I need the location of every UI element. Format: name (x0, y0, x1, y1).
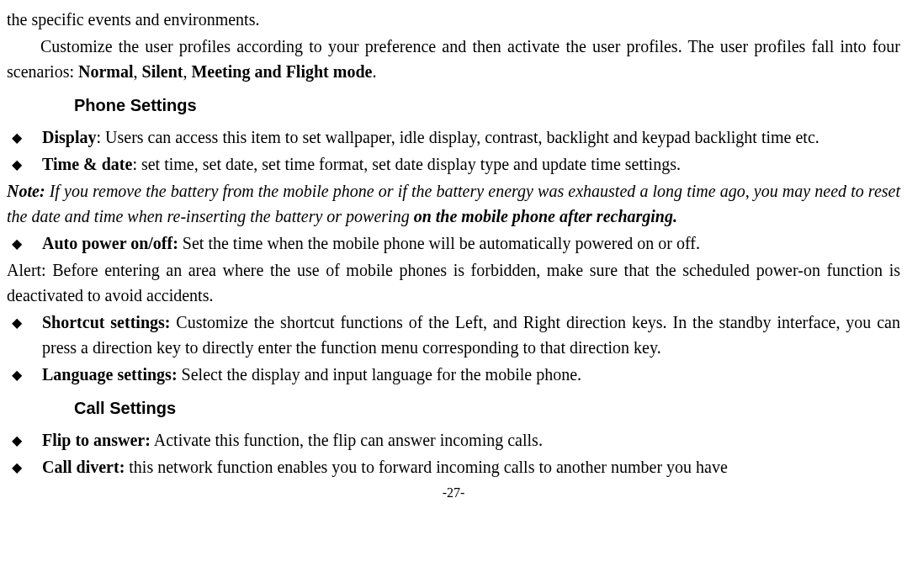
bullet-body: : set time, set date, set time format, s… (132, 155, 681, 173)
bullet-text: Call divert: this network function enabl… (42, 454, 900, 479)
note-body-b: on the mobile phone after recharging. (414, 207, 677, 225)
list-item: ◆ Flip to answer: Activate this function… (7, 427, 900, 453)
list-item: ◆ Display: Users can access this item to… (7, 124, 900, 150)
mode-meeting-flight: Meeting and Flight mode (191, 62, 372, 81)
bullet-text: Display: Users can access this item to s… (42, 124, 900, 150)
heading-phone-settings: Phone Settings (74, 93, 900, 118)
page-number: -27- (7, 483, 900, 503)
list-item: ◆ Call divert: this network function ena… (7, 454, 900, 479)
bullet-label-flip: Flip to answer: (42, 431, 151, 449)
bullet-body: Select the display and input language fo… (178, 365, 581, 384)
sep2: , (183, 62, 191, 81)
bullet-body: Set the time when the mobile phone will … (178, 234, 700, 252)
bullet-text: Flip to answer: Activate this function, … (42, 427, 900, 453)
bullet-body: Activate this function, the flip can ans… (151, 431, 543, 449)
bullet-label-language: Language settings: (42, 365, 178, 384)
diamond-icon: ◆ (7, 310, 42, 333)
list-item: ◆ Shortcut settings: Customize the short… (7, 310, 900, 360)
bullet-label-time-date: Time & date (42, 155, 132, 173)
continuation-text: the specific events and environments. (7, 7, 900, 32)
list-item: ◆ Language settings: Select the display … (7, 362, 900, 387)
bullet-body: this network function enables you to for… (125, 458, 727, 476)
list-item: ◆ Time & date: set time, set date, set t… (7, 151, 900, 177)
bullet-body: : Users can access this item to set wall… (96, 128, 819, 146)
diamond-icon: ◆ (7, 454, 42, 478)
diamond-icon: ◆ (7, 427, 42, 451)
diamond-icon: ◆ (7, 151, 42, 175)
bullet-label-call-divert: Call divert: (42, 458, 125, 476)
note-paragraph: Note: If you remove the battery from the… (7, 178, 900, 229)
bullet-text: Auto power on/off: Set the time when the… (42, 230, 900, 256)
intro-paragraph: Customize the user profiles according to… (7, 34, 900, 84)
alert-paragraph: Alert: Before entering an area where the… (7, 257, 900, 308)
bullet-label-shortcut: Shortcut settings: (42, 313, 170, 331)
mode-silent: Silent (142, 62, 183, 81)
heading-call-settings: Call Settings (74, 395, 900, 421)
diamond-icon: ◆ (7, 362, 42, 385)
bullet-label-display: Display (42, 128, 96, 146)
diamond-icon: ◆ (7, 124, 42, 148)
note-label: Note: (7, 182, 45, 200)
sep1: , (134, 62, 142, 81)
bullet-text: Language settings: Select the display an… (42, 362, 900, 387)
list-item: ◆ Auto power on/off: Set the time when t… (7, 230, 900, 256)
bullet-body: Customize the shortcut functions of the … (42, 313, 900, 357)
bullet-text: Shortcut settings: Customize the shortcu… (42, 310, 900, 360)
bullet-text: Time & date: set time, set date, set tim… (42, 151, 900, 177)
bullet-label-auto-power: Auto power on/off: (42, 234, 178, 252)
diamond-icon: ◆ (7, 230, 42, 254)
sep3: . (372, 62, 376, 81)
mode-normal: Normal (78, 62, 134, 81)
